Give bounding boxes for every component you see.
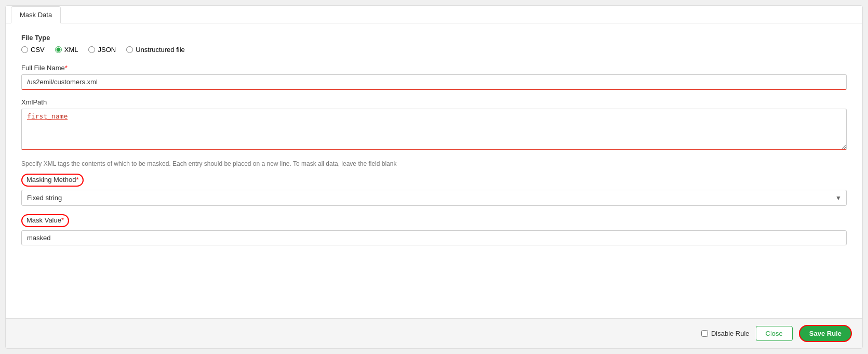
mask-value-label: Mask Value* [26, 216, 64, 224]
radio-label-unstructured: Unstructured file [136, 46, 185, 54]
full-file-name-label: Full File Name* [21, 64, 847, 72]
content-area: File Type CSV XML JSON Unstructured file [6, 23, 862, 318]
radio-xml[interactable]: XML [55, 46, 78, 54]
disable-rule-label: Disable Rule [711, 330, 750, 337]
mask-value-input[interactable] [21, 230, 847, 245]
radio-label-xml: XML [64, 46, 78, 54]
masking-method-select[interactable]: Fixed string Random Hash [21, 190, 847, 206]
footer-bar: Disable Rule Close Save Rule [6, 318, 862, 348]
radio-json[interactable]: JSON [88, 46, 116, 54]
close-button[interactable]: Close [756, 326, 793, 341]
main-container: Mask Data File Type CSV XML JSON [5, 5, 863, 349]
masking-method-circle: Masking Method* [21, 174, 84, 187]
radio-unstructured[interactable]: Unstructured file [126, 46, 185, 54]
radio-label-json: JSON [98, 46, 116, 54]
radio-label-csv: CSV [31, 46, 45, 54]
masking-method-label: Masking Method* [26, 176, 78, 183]
mask-value-group: Mask Value* [21, 214, 847, 245]
tab-mask-data[interactable]: Mask Data [11, 6, 61, 23]
xmlpath-group: XmlPath first_name [21, 98, 847, 152]
radio-input-json[interactable] [88, 46, 95, 53]
tabs-bar: Mask Data [6, 6, 862, 23]
full-file-name-required: * [65, 64, 68, 72]
disable-rule-wrap: Disable Rule [701, 330, 750, 337]
xmlpath-hint: Specify XML tags the contents of which t… [21, 160, 847, 167]
mask-value-circle: Mask Value* [21, 214, 69, 227]
save-rule-button[interactable]: Save Rule [799, 325, 852, 342]
file-type-label: File Type [21, 34, 847, 42]
disable-rule-checkbox[interactable] [701, 330, 708, 337]
file-type-group: File Type CSV XML JSON Unstructured file [21, 34, 847, 54]
radio-input-xml[interactable] [55, 46, 62, 53]
xmlpath-textarea[interactable]: first_name [21, 109, 847, 150]
radio-input-unstructured[interactable] [126, 46, 133, 53]
radio-csv[interactable]: CSV [21, 46, 45, 54]
full-file-name-group: Full File Name* [21, 64, 847, 90]
masking-method-section: Masking Method* Fixed string Random Hash… [21, 174, 847, 206]
full-file-name-input[interactable] [21, 74, 847, 90]
file-type-options-row: CSV XML JSON Unstructured file [21, 46, 847, 54]
xmlpath-label: XmlPath [21, 98, 847, 106]
radio-input-csv[interactable] [21, 46, 28, 53]
masking-method-select-wrapper: Fixed string Random Hash ▼ [21, 190, 847, 206]
